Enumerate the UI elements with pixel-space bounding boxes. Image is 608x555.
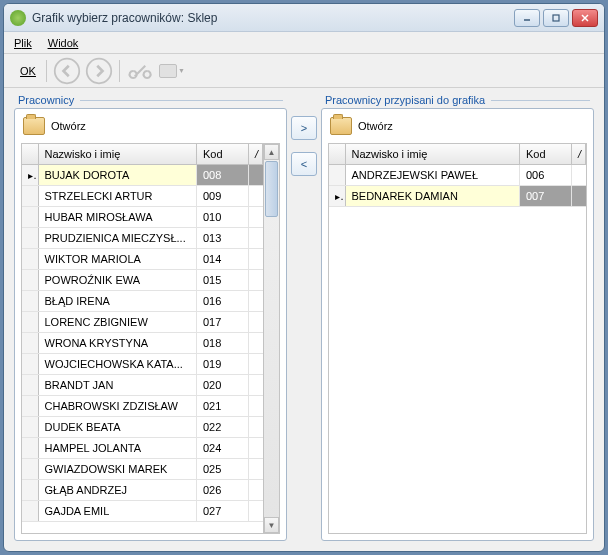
cell-mark	[249, 206, 263, 227]
cell-code: 026	[197, 479, 249, 500]
move-left-button[interactable]: <	[291, 152, 317, 176]
app-icon	[10, 10, 26, 26]
forward-button[interactable]	[85, 57, 113, 85]
cell-mark	[249, 479, 263, 500]
row-header-col[interactable]	[329, 144, 345, 164]
cell-name: WOJCIECHOWSKA KATA...	[38, 353, 197, 374]
left-panel: Pracownicy Otwórz Nazwisko i imię	[14, 94, 287, 541]
open-button-left[interactable]: Otwórz	[21, 115, 280, 137]
right-panel-legend: Pracownicy przypisani do grafika	[321, 94, 594, 106]
table-row[interactable]: WRONA KRYSTYNA018	[22, 332, 263, 353]
col-code[interactable]: Kod	[197, 144, 249, 164]
cell-code: 007	[520, 185, 572, 206]
open-button-right[interactable]: Otwórz	[328, 115, 587, 137]
table-row[interactable]: LORENC ZBIGNIEW017	[22, 311, 263, 332]
folder-icon	[330, 117, 352, 135]
menu-file[interactable]: Plik	[14, 37, 32, 49]
left-panel-legend: Pracownicy	[14, 94, 287, 106]
scroll-track[interactable]	[264, 218, 279, 517]
table-row[interactable]: BŁĄD IRENA016	[22, 290, 263, 311]
table-row[interactable]: HAMPEL JOLANTA024	[22, 437, 263, 458]
table-row[interactable]: DUDEK BEATA022	[22, 416, 263, 437]
cell-mark	[572, 164, 586, 185]
table-row[interactable]: CHABROWSKI ZDZISŁAW021	[22, 395, 263, 416]
scroll-thumb[interactable]	[265, 161, 278, 217]
cell-code: 027	[197, 500, 249, 521]
table-row[interactable]: BUJAK DOROTA008	[22, 164, 263, 185]
cell-mark	[249, 185, 263, 206]
scroll-down-icon[interactable]: ▼	[264, 517, 279, 533]
cell-code: 022	[197, 416, 249, 437]
cell-name: STRZELECKI ARTUR	[38, 185, 197, 206]
scrollbar[interactable]: ▲ ▼	[263, 144, 279, 533]
cell-code: 009	[197, 185, 249, 206]
ok-label: OK	[20, 65, 36, 77]
table-row[interactable]: BRANDT JAN020	[22, 374, 263, 395]
back-button[interactable]	[53, 57, 81, 85]
cell-code: 025	[197, 458, 249, 479]
cell-code: 016	[197, 290, 249, 311]
table-row[interactable]: POWROŹNIK EWA015	[22, 269, 263, 290]
cell-code: 006	[520, 164, 572, 185]
cell-mark	[249, 416, 263, 437]
table-row[interactable]: WIKTOR MARIOLA014	[22, 248, 263, 269]
table-row[interactable]: GŁĄB ANDRZEJ026	[22, 479, 263, 500]
table-row[interactable]: WOJCIECHOWSKA KATA...019	[22, 353, 263, 374]
row-indicator-icon	[335, 190, 340, 202]
tools-button[interactable]	[126, 57, 154, 85]
row-header-col[interactable]	[22, 144, 38, 164]
toolbar: OK ▼	[4, 54, 604, 88]
cell-mark	[249, 248, 263, 269]
table-row[interactable]: STRZELECKI ARTUR009	[22, 185, 263, 206]
cell-name: BEDNAREK DAMIAN	[345, 185, 520, 206]
table-row[interactable]: BEDNAREK DAMIAN007	[329, 185, 586, 206]
cell-name: BŁĄD IRENA	[38, 290, 197, 311]
cell-mark	[249, 269, 263, 290]
table-row[interactable]: GAJDA EMIL027	[22, 500, 263, 521]
svg-rect-1	[553, 15, 559, 21]
close-button[interactable]	[572, 9, 598, 27]
cell-name: HUBAR MIROSŁAWA	[38, 206, 197, 227]
minimize-button[interactable]	[514, 9, 540, 27]
cell-name: BUJAK DOROTA	[38, 164, 197, 185]
printer-icon	[159, 64, 177, 78]
cell-name: DUDEK BEATA	[38, 416, 197, 437]
window-title: Grafik wybierz pracowników: Sklep	[32, 11, 514, 25]
cell-code: 017	[197, 311, 249, 332]
cell-code: 018	[197, 332, 249, 353]
scroll-up-icon[interactable]: ▲	[264, 144, 279, 160]
cell-mark	[249, 332, 263, 353]
col-code[interactable]: Kod	[520, 144, 572, 164]
svg-point-5	[87, 58, 112, 83]
ok-button[interactable]: OK	[12, 57, 40, 85]
table-row[interactable]: GWIAZDOWSKI MAREK025	[22, 458, 263, 479]
cell-name: BRANDT JAN	[38, 374, 197, 395]
folder-icon	[23, 117, 45, 135]
cell-code: 020	[197, 374, 249, 395]
menu-view[interactable]: Widok	[48, 37, 79, 49]
cell-name: WRONA KRYSTYNA	[38, 332, 197, 353]
cell-mark	[249, 500, 263, 521]
cell-code: 010	[197, 206, 249, 227]
cell-mark	[249, 164, 263, 185]
table-row[interactable]: ANDRZEJEWSKI PAWEŁ006	[329, 164, 586, 185]
cell-mark	[249, 458, 263, 479]
cell-code: 015	[197, 269, 249, 290]
table-row[interactable]: PRUDZIENICA MIECZYSŁ...013	[22, 227, 263, 248]
move-right-button[interactable]: >	[291, 116, 317, 140]
row-indicator-icon	[28, 169, 33, 181]
left-table: Nazwisko i imię Kod / BUJAK DOROTA008STR…	[21, 143, 280, 534]
col-mark[interactable]: /	[249, 144, 263, 164]
col-name[interactable]: Nazwisko i imię	[38, 144, 197, 164]
col-name[interactable]: Nazwisko i imię	[345, 144, 520, 164]
transfer-buttons: > <	[291, 94, 317, 541]
maximize-button[interactable]	[543, 9, 569, 27]
divider	[46, 60, 47, 82]
content-area: Pracownicy Otwórz Nazwisko i imię	[4, 88, 604, 551]
cell-code: 013	[197, 227, 249, 248]
table-row[interactable]: HUBAR MIROSŁAWA010	[22, 206, 263, 227]
print-button[interactable]: ▼	[158, 57, 186, 85]
titlebar: Grafik wybierz pracowników: Sklep	[4, 4, 604, 32]
cell-mark	[249, 437, 263, 458]
col-mark[interactable]: /	[572, 144, 586, 164]
